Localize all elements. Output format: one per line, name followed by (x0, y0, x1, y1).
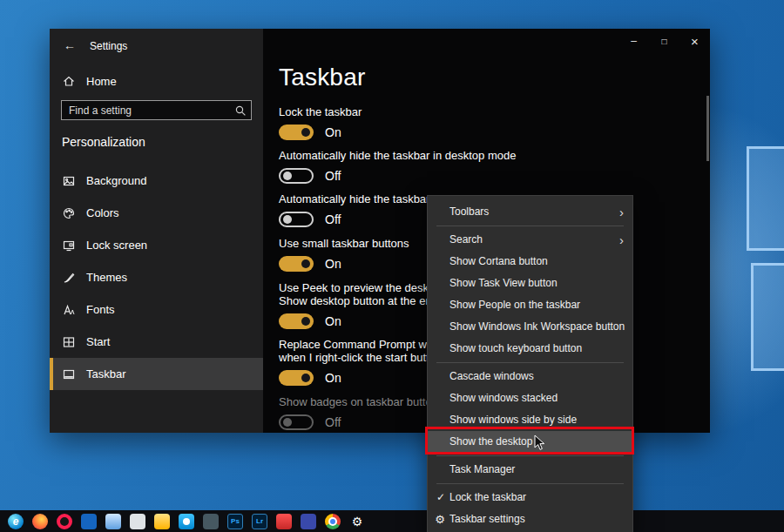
folder-icon[interactable] (154, 514, 170, 529)
chrome-icon[interactable] (325, 514, 341, 529)
menu-item-label: Toolbars (449, 205, 489, 218)
sidebar-item-colors[interactable]: Colors (50, 197, 263, 229)
menu-item-show-ink-workspace-button[interactable]: Show Windows Ink Workspace button (428, 316, 632, 338)
file-explorer-icon[interactable] (105, 514, 121, 529)
powershell-toggle[interactable] (279, 370, 314, 386)
sidebar-item-start[interactable]: Start (50, 326, 263, 358)
toggle-state: Off (325, 212, 341, 226)
setting-badges: Show badges on taskbar buttons Off (279, 395, 443, 430)
peek-toggle[interactable] (279, 313, 314, 329)
indigo-app-icon[interactable] (301, 514, 316, 529)
settings-sidebar: ← Settings Home Personalization Backg (50, 29, 263, 433)
setting-label: Show badges on taskbar buttons (279, 395, 443, 408)
window-title: Settings (90, 40, 127, 52)
sidebar-item-label: Background (86, 174, 146, 187)
setting-label: Automatically hide the taskbar in deskto… (279, 149, 516, 162)
setting-label: Use small taskbar buttons (279, 237, 409, 250)
menu-item-label: Taskbar settings (449, 513, 525, 525)
sidebar-home-label: Home (86, 75, 117, 88)
sidebar-item-label: Taskbar (86, 367, 126, 380)
menu-item-search[interactable]: Search › (428, 229, 632, 251)
badges-toggle[interactable] (279, 414, 314, 430)
sidebar-item-themes[interactable]: Themes (50, 261, 263, 293)
scrollbar-thumb[interactable] (706, 96, 709, 161)
red-app-icon[interactable] (276, 514, 292, 529)
mouse-cursor (534, 434, 546, 451)
toggle-state: On (325, 257, 341, 271)
fonts-icon (62, 303, 76, 317)
mail-app-icon[interactable] (81, 514, 97, 529)
menu-item-toolbars[interactable]: Toolbars › (428, 201, 632, 223)
menu-item-show-touch-keyboard-button[interactable]: Show touch keyboard button (428, 338, 632, 360)
search-icon[interactable] (234, 104, 247, 117)
setting-label: Lock the taskbar (279, 105, 362, 118)
close-button[interactable]: × (679, 29, 710, 53)
toggle-state: On (325, 125, 341, 139)
toggle-state: Off (325, 415, 341, 429)
wallpaper-window-shape (751, 263, 784, 371)
themes-icon (62, 271, 76, 285)
edge-icon[interactable]: e (8, 514, 24, 529)
chrome-icon-dot (330, 519, 335, 524)
lock-screen-icon (62, 239, 76, 253)
home-icon (62, 74, 76, 88)
sidebar-item-label: Lock screen (86, 239, 147, 252)
setting-small-buttons: Use small taskbar buttons On (279, 237, 409, 272)
sidebar-item-fonts[interactable]: Fonts (50, 293, 263, 326)
firefox-icon[interactable] (32, 514, 48, 529)
submenu-chevron-icon: › (619, 201, 624, 223)
sidebar-item-home[interactable]: Home (50, 69, 263, 93)
autohide-tablet-toggle[interactable] (279, 212, 314, 227)
menu-item-label: Lock the taskbar (449, 491, 526, 503)
menu-item-show-task-view-button[interactable]: Show Task View button (428, 273, 632, 294)
sidebar-item-label: Colors (86, 206, 119, 219)
toggle-state: On (325, 314, 341, 328)
autohide-desktop-toggle[interactable] (279, 168, 314, 184)
menu-item-show-cortana-button[interactable]: Show Cortana button (428, 251, 632, 273)
start-icon (62, 335, 76, 349)
window-controls: – □ × (618, 29, 710, 53)
menu-item-show-windows-stacked[interactable]: Show windows stacked (428, 387, 632, 409)
minimize-button[interactable]: – (618, 29, 649, 53)
toggle-state: Off (325, 169, 341, 183)
photos-icon[interactable] (179, 514, 194, 529)
highlight-box (425, 427, 634, 455)
search-box[interactable] (61, 100, 252, 120)
sidebar-item-background[interactable]: Background (50, 165, 263, 197)
colors-icon (62, 206, 76, 220)
dark-app-icon[interactable] (203, 514, 219, 529)
submenu-chevron-icon: › (619, 229, 624, 251)
back-button[interactable]: ← (64, 38, 76, 52)
sidebar-item-lock-screen[interactable]: Lock screen (50, 229, 263, 261)
menu-separator (436, 483, 624, 484)
lock-taskbar-toggle[interactable] (279, 125, 314, 140)
opera-icon[interactable] (57, 514, 72, 529)
taskbar[interactable]: e Ps Lr ⚙ (0, 510, 784, 532)
checkmark-icon: ✓ (434, 487, 448, 508)
menu-separator (436, 362, 624, 363)
menu-item-cascade-windows[interactable]: Cascade windows (428, 366, 632, 387)
gear-icon: ⚙ (433, 508, 447, 530)
page-title: Taskbar (279, 64, 365, 91)
sidebar-item-label: Themes (86, 271, 127, 284)
desktop: ← Settings Home Personalization Backg (0, 0, 784, 532)
small-buttons-toggle[interactable] (279, 256, 314, 272)
selected-accent-bar (50, 358, 53, 390)
menu-separator (436, 226, 624, 226)
light-app-icon[interactable] (130, 514, 145, 529)
sidebar-item-taskbar[interactable]: Taskbar (50, 358, 263, 390)
menu-item-show-people[interactable]: Show People on the taskbar (428, 294, 632, 316)
menu-item-lock-the-taskbar[interactable]: ✓ Lock the taskbar (428, 487, 632, 508)
maximize-button[interactable]: □ (649, 29, 679, 53)
photoshop-icon[interactable]: Ps (227, 514, 243, 529)
settings-gear-icon[interactable]: ⚙ (349, 514, 365, 529)
menu-item-taskbar-settings[interactable]: ⚙ Taskbar settings (428, 508, 632, 530)
lightroom-icon[interactable]: Lr (252, 514, 267, 529)
search-input[interactable] (62, 101, 251, 119)
toggle-state: On (325, 371, 341, 385)
taskbar-context-menu: Toolbars › Search › Show Cortana button … (427, 195, 633, 532)
menu-item-task-manager[interactable]: Task Manager (428, 459, 632, 481)
background-icon (62, 174, 76, 188)
setting-autohide-desktop: Automatically hide the taskbar in deskto… (279, 149, 516, 184)
menu-item-label: Search (449, 233, 483, 246)
